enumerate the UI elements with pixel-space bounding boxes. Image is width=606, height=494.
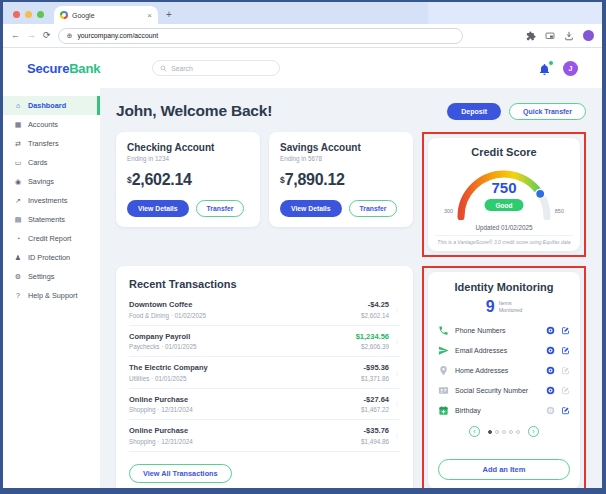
reload-icon[interactable]: [43, 31, 51, 40]
header-right: J: [538, 61, 578, 76]
transfer-button[interactable]: Transfer: [349, 200, 398, 217]
credit-rating-badge: Good: [485, 199, 524, 211]
monitor-toggle-icon[interactable]: [546, 406, 555, 415]
pagination-dot[interactable]: [495, 430, 499, 434]
browser-tabstrip: Google: [3, 2, 602, 24]
user-avatar[interactable]: J: [563, 61, 578, 76]
back-icon[interactable]: [11, 31, 20, 40]
tab-title: Google: [72, 12, 143, 19]
deposit-button[interactable]: Deposit: [447, 103, 501, 120]
calendar-plus-icon: [438, 405, 449, 416]
transactions-title: Recent Transactions: [129, 278, 400, 290]
sidebar-item-savings[interactable]: Savings: [3, 172, 100, 191]
identity-row-phone: Phone Numbers: [438, 325, 570, 336]
edit-icon[interactable]: [561, 366, 570, 375]
pagination-dot[interactable]: [488, 430, 492, 434]
securebank-logo: SecureBank: [27, 61, 100, 76]
new-tab-button[interactable]: [158, 9, 180, 24]
sidebar: Dashboard Accounts Transfers Cards Savin…: [3, 88, 100, 488]
accounts-icon: [14, 121, 22, 129]
id-card-icon: [438, 385, 449, 396]
credit-score-updated: Updated 01/02/2025: [435, 224, 573, 231]
annotation-box-credit-score: Credit Score: [422, 132, 586, 257]
download-icon[interactable]: [564, 31, 574, 41]
tab-favicon-icon: [60, 11, 68, 19]
edit-icon[interactable]: [561, 406, 570, 415]
browser-tab[interactable]: Google: [54, 6, 158, 24]
credit-score-disclaimer: This is a VantageScore® 3.0 credit score…: [435, 235, 573, 245]
sidebar-item-transfers[interactable]: Transfers: [3, 134, 100, 153]
sidebar-item-statements[interactable]: Statements: [3, 210, 100, 229]
account-subtitle: Ending in 1234: [127, 155, 249, 162]
extensions-icon[interactable]: [526, 31, 536, 41]
chevron-left-icon[interactable]: ‹: [469, 426, 480, 437]
account-balance: $2,602.14: [127, 171, 249, 189]
cards-icon: [14, 159, 22, 167]
transaction-balance: $1,494.86: [361, 438, 389, 445]
transaction-menu-icon[interactable]: [394, 369, 400, 376]
screen-share-icon[interactable]: [545, 31, 555, 41]
notifications-button[interactable]: [538, 62, 551, 75]
transaction-row: Online PurchaseShopping · 12/31/2024 -$2…: [129, 389, 400, 421]
sidebar-item-id-protection[interactable]: ID Protection: [3, 248, 100, 267]
identity-pagination: ‹ ›: [438, 426, 570, 437]
monitor-toggle-icon[interactable]: [546, 326, 555, 335]
sidebar-item-cards[interactable]: Cards: [3, 153, 100, 172]
sidebar-item-help[interactable]: Help & Support: [3, 286, 100, 305]
pagination-dot[interactable]: [502, 430, 506, 434]
sidebar-item-accounts[interactable]: Accounts: [3, 115, 100, 134]
search-input[interactable]: [171, 65, 272, 72]
add-an-item-button[interactable]: Add an Item: [438, 459, 570, 480]
app-header: SecureBank J: [3, 48, 602, 88]
transaction-amount: $1,234.56: [356, 332, 389, 341]
settings-icon: [14, 273, 22, 281]
close-window-button[interactable]: [13, 11, 20, 18]
transaction-menu-icon[interactable]: [394, 306, 400, 313]
view-details-button[interactable]: View Details: [280, 200, 342, 217]
address-bar[interactable]: yourcompany.com/account: [58, 28, 463, 44]
transaction-menu-icon[interactable]: [394, 337, 400, 344]
chevron-right-icon[interactable]: ›: [528, 426, 539, 437]
savings-account-card: Savings Account Ending in 5678 $7,890.12…: [269, 132, 413, 227]
sidebar-item-investments[interactable]: Investments: [3, 191, 100, 210]
transaction-balance: $1,467.22: [361, 406, 389, 413]
sidebar-item-dashboard[interactable]: Dashboard: [3, 96, 100, 115]
identity-row-email: Email Addresses: [438, 345, 570, 356]
edit-icon[interactable]: [561, 346, 570, 355]
transfer-button[interactable]: Transfer: [196, 200, 245, 217]
pagination-dot[interactable]: [509, 430, 513, 434]
identity-monitoring-card: Identity Monitoring 9 ItemsMonitored Pho…: [428, 272, 580, 488]
transaction-menu-icon[interactable]: [394, 432, 400, 439]
statements-icon: [14, 216, 22, 224]
identity-title: Identity Monitoring: [438, 281, 570, 293]
forward-icon[interactable]: [27, 31, 36, 40]
pagination-dot[interactable]: [516, 430, 520, 434]
browser-profile-avatar[interactable]: [583, 30, 594, 41]
credit-score-value: 750: [443, 179, 565, 196]
sidebar-item-credit-report[interactable]: Credit Report: [3, 229, 100, 248]
edit-icon[interactable]: [561, 386, 570, 395]
monitor-toggle-icon[interactable]: [546, 346, 555, 355]
view-all-transactions-button[interactable]: View All Transactions: [129, 464, 232, 483]
monitor-toggle-icon[interactable]: [546, 366, 555, 375]
search-box[interactable]: [152, 60, 280, 76]
quick-transfer-button[interactable]: Quick Transfer: [509, 103, 586, 120]
credit-score-title: Credit Score: [435, 146, 573, 158]
send-icon: [438, 345, 449, 356]
savings-icon: [14, 178, 22, 186]
transaction-menu-icon[interactable]: [394, 400, 400, 407]
welcome-heading: John, Welcome Back!: [116, 102, 272, 120]
identity-row-birthday: Birthday: [438, 405, 570, 416]
transaction-row: Company PayrollPaychecks · 01/01/2025 $1…: [129, 326, 400, 358]
site-info-icon[interactable]: [67, 32, 73, 40]
view-details-button[interactable]: View Details: [127, 200, 189, 217]
close-tab-icon[interactable]: [147, 11, 152, 20]
minimize-window-button[interactable]: [25, 11, 32, 18]
transaction-balance: $2,602.14: [361, 312, 389, 319]
zoom-window-button[interactable]: [37, 11, 44, 18]
monitor-toggle-icon[interactable]: [546, 386, 555, 395]
sidebar-item-settings[interactable]: Settings: [3, 267, 100, 286]
edit-icon[interactable]: [561, 326, 570, 335]
search-icon: [160, 65, 167, 72]
toolbar-right: [526, 30, 594, 41]
